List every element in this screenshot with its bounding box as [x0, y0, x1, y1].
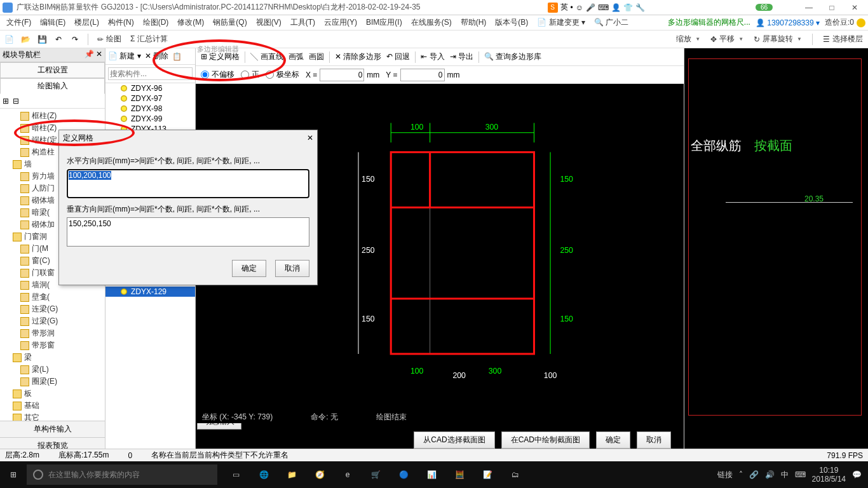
start-button[interactable]: ⊞ — [0, 461, 27, 488]
y-input[interactable] — [400, 69, 445, 81]
polar-radio[interactable]: 极坐标 — [266, 69, 299, 80]
sum-button[interactable]: Σ 汇总计算 — [128, 34, 170, 44]
dialog-close-icon[interactable]: ✕ — [307, 133, 313, 142]
taskview-icon[interactable]: ▭ — [224, 463, 248, 487]
menu-draw[interactable]: 绘图(D) — [139, 16, 173, 29]
redo-icon[interactable]: ↷ — [69, 33, 81, 46]
dialog-ok-button[interactable]: 确定 — [232, 260, 266, 277]
menu-modify[interactable]: 修改(M) — [173, 16, 208, 29]
zoom-button[interactable]: 缩放▼ — [674, 34, 703, 45]
menu-tools[interactable]: 工具(T) — [287, 16, 319, 29]
tree-item[interactable]: 梁(L) — [1, 363, 104, 376]
app-icon-2[interactable]: 📁 — [280, 463, 304, 487]
tree-collapse-icon[interactable]: ⊟ — [13, 97, 19, 105]
taskbar-search[interactable]: 在这里输入你要搜索的内容 — [27, 464, 217, 485]
app-icon-4[interactable]: e — [336, 463, 360, 487]
menu-cloud[interactable]: 云应用(Y) — [320, 16, 361, 29]
tray-ime[interactable]: 中 — [781, 470, 789, 480]
tree-item[interactable]: 板 — [1, 388, 104, 400]
ime-icon[interactable]: 👕 — [623, 3, 633, 12]
app-icon-6[interactable]: 🔵 — [391, 463, 416, 487]
menu-file[interactable]: 文件(F) — [3, 16, 35, 29]
tree-item[interactable]: 过梁(G) — [1, 315, 104, 327]
app-icon-1[interactable]: 🌐 — [252, 463, 276, 487]
tree-item[interactable]: 其它 — [1, 412, 104, 421]
draw-circle-button[interactable]: 画圆 — [309, 51, 324, 62]
maximize-button[interactable]: □ — [821, 1, 843, 14]
tree-item[interactable]: 连梁(G) — [1, 303, 104, 315]
component-item[interactable]: ZDYX-129 — [105, 287, 195, 297]
notification-badge[interactable]: 66 — [756, 4, 773, 11]
select-floor-button[interactable]: ☰ 选择楼层 — [820, 34, 865, 45]
export-button[interactable]: ⇥ 导出 — [450, 51, 473, 62]
new-change-button[interactable]: 📄 新建变更 ▾ — [533, 16, 589, 29]
account-number[interactable]: 👤 13907298339 ▾ — [756, 18, 820, 27]
tray-notif-icon[interactable]: 💬 — [852, 470, 862, 479]
menu-component[interactable]: 构件(N) — [104, 16, 138, 29]
nav-pin-icon[interactable]: 📌 ✕ — [85, 50, 102, 60]
canvas-ok-button[interactable]: 确定 — [596, 431, 630, 449]
component-item[interactable]: ZDYX-97 — [105, 93, 195, 104]
tree-item[interactable]: 圈梁(E) — [1, 376, 104, 388]
open-file-icon[interactable]: 📂 — [19, 33, 32, 46]
ime-icon[interactable]: • — [571, 3, 573, 12]
grid-define-button[interactable]: ⊞ 定义网格 — [201, 51, 240, 62]
comp-search-input[interactable] — [108, 67, 193, 80]
nav-tab-draw[interactable]: 绘图输入 — [0, 78, 105, 94]
tray-kb-icon[interactable]: ⌨ — [795, 470, 806, 479]
menu-edit[interactable]: 编辑(E) — [36, 16, 69, 29]
tree-expand-icon[interactable]: ⊞ — [3, 97, 9, 105]
tree-item[interactable]: 框柱(Z) — [1, 110, 104, 122]
no-offset-radio[interactable]: 不偏移 — [201, 69, 234, 80]
menu-help[interactable]: 帮助(H) — [457, 16, 491, 29]
app-icon-9[interactable]: 📝 — [475, 463, 499, 487]
v-spacing-input[interactable] — [67, 217, 309, 247]
x-input[interactable] — [320, 69, 364, 81]
tree-item[interactable]: 带形窗 — [1, 339, 104, 351]
tree-item[interactable]: 基础 — [1, 400, 104, 412]
menu-floor[interactable]: 楼层(L) — [71, 16, 103, 29]
query-polygon-button[interactable]: 🔍 查询多边形库 — [484, 51, 541, 62]
undo-icon[interactable]: ↶ — [52, 33, 65, 46]
app-icon-8[interactable]: 🧮 — [447, 463, 471, 487]
tree-item[interactable]: 带形洞 — [1, 327, 104, 339]
draw-line-button[interactable]: ╲ 画直线 — [250, 51, 283, 62]
taskbar-clock[interactable]: 10:19 2018/5/14 — [812, 466, 846, 484]
canvas-cancel-button[interactable]: 取消 — [637, 431, 671, 449]
component-item[interactable]: ZDYX-98 — [105, 104, 195, 114]
app-icon-5[interactable]: 🛒 — [363, 463, 388, 487]
app-icon-10[interactable]: 🗂 — [503, 463, 527, 487]
rotate-button[interactable]: ↻ 屏幕旋转▼ — [751, 34, 804, 45]
tray-vol-icon[interactable]: 🔊 — [765, 470, 775, 479]
polygon-grid-msg[interactable]: 多边形编辑器的网格尺... — [668, 17, 750, 28]
comp-copy-icon[interactable]: 📋 — [172, 52, 182, 61]
tree-item[interactable]: 梁 — [1, 351, 104, 363]
tray-link[interactable]: 链接 — [717, 470, 733, 480]
back-button[interactable]: ↶ 回退 — [386, 51, 410, 62]
menu-view[interactable]: 视图(V) — [252, 16, 285, 29]
pan-button[interactable]: ✥ 平移▼ — [708, 34, 746, 45]
nav-tab-settings[interactable]: 工程设置 — [0, 62, 105, 78]
draw-button[interactable]: ✏ 绘图 — [95, 34, 124, 44]
comp-new-button[interactable]: 📄 新建 ▾ — [108, 51, 141, 62]
menu-online[interactable]: 在线服务(S) — [407, 16, 456, 29]
ime-lang[interactable]: 英 — [560, 2, 568, 13]
tree-item[interactable]: 壁龛( — [1, 291, 104, 303]
cad-select-button[interactable]: 从CAD选择截面图 — [414, 431, 494, 449]
ime-icon[interactable]: 👤 — [611, 3, 621, 12]
h-spacing-input[interactable] — [67, 169, 309, 198]
menu-version[interactable]: 版本号(B) — [491, 16, 532, 29]
nav-bottom-single[interactable]: 单构件输入 — [0, 421, 105, 437]
ime-icon[interactable]: 🎤 — [586, 3, 595, 12]
app-icon-7[interactable]: 📊 — [419, 463, 444, 487]
component-item[interactable]: ZDYX-99 — [105, 114, 195, 124]
save-icon[interactable]: 💾 — [36, 33, 48, 46]
ime-icon[interactable]: ⌨ — [598, 3, 609, 12]
ime-icon[interactable]: ☺ — [576, 3, 583, 12]
ime-icon[interactable]: 🔧 — [635, 3, 645, 12]
cad-draw-button[interactable]: 在CAD中绘制截面图 — [501, 431, 590, 449]
tray-net-icon[interactable]: 🔗 — [749, 470, 759, 479]
dialog-cancel-button[interactable]: 取消 — [275, 260, 309, 277]
import-button[interactable]: ⇤ 导入 — [421, 51, 444, 62]
user-small[interactable]: 🔍 广小二 — [590, 16, 632, 29]
